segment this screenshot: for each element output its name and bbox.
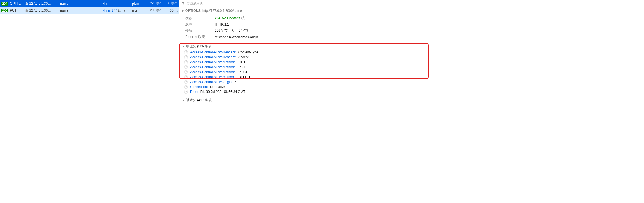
- file-cell: name: [60, 9, 101, 12]
- initiator-cell: xhr: [103, 2, 130, 6]
- method-cell: OPTI…: [10, 2, 24, 6]
- header-value: GET: [238, 60, 245, 64]
- status-code: 204: [215, 16, 220, 20]
- help-icon[interactable]: ?: [184, 60, 188, 64]
- help-icon[interactable]: ?: [184, 75, 188, 79]
- type-cell: plain: [132, 2, 145, 6]
- summary-val: HTTP/1.1: [215, 23, 229, 26]
- summary-key: 传输: [185, 28, 211, 33]
- header-row: ?Access-Control-Allow-Origin*: [182, 79, 426, 84]
- response-headers-title: 响应头 (226 字节): [186, 44, 213, 49]
- status-badge: 200: [1, 9, 8, 12]
- request-summary-header[interactable]: OPTIONS http://127.0.0.1:3000/name: [179, 7, 429, 14]
- help-icon[interactable]: ?: [184, 70, 188, 74]
- transferred-cell: 209 字节: [146, 8, 163, 13]
- header-name[interactable]: Access-Control-Allow-Origin: [190, 80, 232, 84]
- summary-row-transferred: 传输 226 字节（大小 0 字节）: [185, 28, 429, 34]
- domain-cell: 127.0.0.1:30…: [25, 2, 58, 6]
- transferred-cell: 226 字节: [146, 1, 163, 6]
- header-row: ?Access-Control-Allow-MethodsPUT: [182, 65, 426, 70]
- header-row: ?Access-Control-Allow-HeadersContent-Typ…: [182, 50, 426, 55]
- request-row[interactable]: 200 PUT 127.0.0.1:30… name xhr.js:177 (x…: [0, 7, 179, 14]
- header-value: Accept: [238, 55, 249, 59]
- network-request-list[interactable]: 204 OPTI… 127.0.0.1:30… name xhr plain 2…: [0, 0, 179, 135]
- help-icon[interactable]: ?: [184, 90, 188, 94]
- domain-text: 127.0.0.1:30…: [29, 9, 51, 12]
- help-icon[interactable]: ?: [184, 55, 188, 59]
- filter-input[interactable]: [186, 2, 427, 6]
- header-value: DELETE: [238, 75, 251, 79]
- initiator-cell: xhr.js:177 (xhr): [103, 9, 130, 12]
- size-cell: 0 字节: [165, 1, 178, 6]
- header-name[interactable]: Access-Control-Allow-Headers: [190, 55, 236, 59]
- summary-key: 版本: [185, 22, 211, 27]
- request-row-selected[interactable]: 204 OPTI… 127.0.0.1:30… name xhr plain 2…: [0, 0, 179, 7]
- header-name[interactable]: Access-Control-Allow-Methods: [190, 65, 236, 69]
- header-value: POST: [238, 70, 248, 74]
- summary-key: 状态: [185, 16, 211, 20]
- lock-icon: [25, 2, 28, 5]
- header-row: ?Access-Control-Allow-HeadersAccept: [182, 55, 426, 60]
- help-icon[interactable]: ?: [184, 50, 188, 54]
- header-row: ?DateFri, 30 Jul 2021 06:56:34 GMT: [182, 89, 426, 94]
- header-value: Content-Type: [238, 50, 258, 54]
- header-name[interactable]: Date: [190, 90, 198, 94]
- domain-text: 127.0.0.1:30…: [29, 2, 51, 6]
- header-name[interactable]: Connection: [190, 85, 208, 89]
- initiator-suffix: (xhr): [117, 9, 125, 12]
- response-headers-toggle[interactable]: 响应头 (226 字节): [179, 43, 429, 50]
- request-headers-title: 请求头 (417 字节): [186, 98, 213, 103]
- headers-panel: OPTIONS http://127.0.0.1:3000/name 状态 20…: [179, 0, 429, 135]
- summary-list: 状态 204 No Content ? 版本 HTTP/1.1 传输 226 字…: [179, 14, 429, 43]
- summary-val: 204 No Content ?: [215, 16, 245, 20]
- summary-row-status: 状态 204 No Content ?: [185, 15, 429, 21]
- header-row: ?Access-Control-Allow-MethodsGET: [182, 60, 426, 65]
- filter-bar: [179, 0, 429, 7]
- chevron-down-icon: [182, 46, 185, 47]
- method-cell: PUT: [10, 9, 24, 12]
- help-icon[interactable]: ?: [184, 80, 188, 84]
- size-cell: 30 …: [165, 9, 178, 12]
- status-badge: 204: [1, 2, 8, 6]
- lock-icon: [25, 9, 28, 12]
- header-name[interactable]: Access-Control-Allow-Methods: [190, 70, 236, 74]
- detail-method: OPTIONS: [185, 9, 201, 13]
- help-icon[interactable]: ?: [184, 85, 188, 89]
- chevron-down-icon: [182, 100, 185, 101]
- detail-url: http://127.0.0.1:3000/name: [202, 9, 242, 13]
- header-row: ?Connectionkeep-alive: [182, 84, 426, 89]
- funnel-icon: [181, 2, 185, 5]
- summary-key: Referrer 政策: [185, 35, 211, 39]
- response-headers-list: ?Access-Control-Allow-HeadersContent-Typ…: [179, 50, 429, 96]
- summary-val: 226 字节（大小 0 字节）: [215, 28, 251, 33]
- summary-row-referrer: Referrer 政策 strict-origin-when-cross-ori…: [185, 34, 429, 40]
- header-row: ?Access-Control-Allow-MethodsDELETE: [182, 75, 426, 79]
- help-icon[interactable]: ?: [184, 65, 188, 69]
- chevron-right-icon: [182, 9, 184, 12]
- header-name[interactable]: Access-Control-Allow-Headers: [190, 50, 236, 54]
- header-value: keep-alive: [210, 85, 225, 89]
- summary-row-version: 版本 HTTP/1.1: [185, 21, 429, 28]
- header-name[interactable]: Access-Control-Allow-Methods: [190, 75, 236, 79]
- domain-cell: 127.0.0.1:30…: [25, 9, 58, 12]
- initiator-link[interactable]: xhr.js:177: [103, 9, 117, 12]
- header-value: Fri, 30 Jul 2021 06:56:34 GMT: [200, 90, 245, 94]
- request-headers-toggle[interactable]: 请求头 (417 字节): [179, 96, 429, 104]
- file-cell: name: [60, 2, 101, 6]
- status-text: No Content: [222, 16, 240, 20]
- header-row: ?Access-Control-Allow-MethodsPOST: [182, 70, 426, 75]
- help-icon[interactable]: ?: [242, 16, 245, 20]
- summary-val: strict-origin-when-cross-origin: [215, 35, 258, 39]
- header-name[interactable]: Access-Control-Allow-Methods: [190, 60, 236, 64]
- type-cell: json: [132, 9, 145, 12]
- header-value: *: [235, 80, 236, 84]
- header-value: PUT: [238, 65, 245, 69]
- detail-body[interactable]: OPTIONS http://127.0.0.1:3000/name 状态 20…: [179, 7, 429, 135]
